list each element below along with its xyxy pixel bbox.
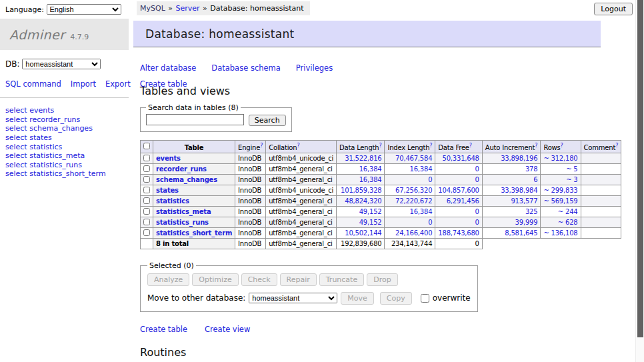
- index-length-link[interactable]: 16,384: [410, 208, 433, 215]
- sidebar-table-link[interactable]: select recorder_runs: [5, 115, 80, 124]
- bulk-action-button[interactable]: Repair: [280, 273, 317, 286]
- rows-link[interactable]: ~ 312,180: [543, 155, 577, 162]
- data-length-link[interactable]: 10,502,144: [345, 229, 381, 237]
- search-input[interactable]: [146, 114, 244, 125]
- breadcrumb-server-link[interactable]: Server: [176, 4, 200, 13]
- data-free-link[interactable]: 0: [475, 165, 479, 173]
- index-length-link[interactable]: 72,220,672: [395, 197, 432, 205]
- overwrite-checkbox[interactable]: [421, 294, 429, 303]
- database-nav-link[interactable]: Privileges: [296, 63, 333, 73]
- table-name-link[interactable]: recorder_runs: [156, 165, 207, 173]
- row-checkbox[interactable]: [143, 197, 150, 204]
- move-db-select[interactable]: homeassistant: [249, 293, 337, 303]
- data-length-link[interactable]: 49,152: [359, 219, 382, 226]
- table-name-link[interactable]: statistics_short_term: [156, 229, 232, 237]
- index-length-link[interactable]: 0: [428, 176, 432, 183]
- bulk-action-button[interactable]: Optimize: [192, 273, 238, 286]
- index-length-link[interactable]: 0: [428, 219, 432, 226]
- sidebar-table-link[interactable]: select events: [5, 106, 54, 115]
- table-name-link[interactable]: events: [156, 155, 181, 162]
- breadcrumb-mysql-link[interactable]: MySQL: [140, 4, 165, 13]
- table-name-link[interactable]: statistics_runs: [156, 219, 209, 226]
- data-length-link[interactable]: 48,824,320: [345, 197, 381, 205]
- data-free-link[interactable]: 188,743,680: [438, 229, 479, 237]
- row-checkbox[interactable]: [143, 155, 150, 161]
- sidebar-table-link[interactable]: select states: [5, 133, 52, 142]
- sidebar-action-link[interactable]: SQL command: [5, 79, 61, 89]
- row-checkbox[interactable]: [143, 208, 150, 215]
- sidebar-table-link[interactable]: select statistics_short_term: [5, 169, 106, 178]
- database-nav-link[interactable]: Alter database: [140, 63, 196, 73]
- vertical-scrollbar[interactable]: [635, 0, 644, 362]
- create-link[interactable]: Create table: [140, 325, 187, 334]
- table-name-link[interactable]: statistics: [156, 197, 189, 205]
- data-length-link[interactable]: 49,152: [359, 208, 382, 215]
- sidebar-action-link[interactable]: Export: [105, 79, 131, 89]
- column-help-link[interactable]: ?: [561, 143, 563, 149]
- rows-link[interactable]: ~ 569,159: [543, 197, 577, 205]
- row-checkbox[interactable]: [143, 165, 150, 172]
- sidebar-action-link[interactable]: Import: [71, 79, 96, 89]
- logout-button[interactable]: Logout: [594, 3, 633, 15]
- sidebar-table-link[interactable]: select statistics_runs: [5, 161, 82, 169]
- table-name-link[interactable]: states: [156, 187, 179, 194]
- data-length-link[interactable]: 16,384: [359, 176, 382, 183]
- rows-link[interactable]: ~ 244: [558, 208, 578, 215]
- column-help-link[interactable]: ?: [429, 143, 432, 149]
- data-free-link[interactable]: 50,331,648: [443, 155, 479, 162]
- rows-link[interactable]: ~ 136,108: [543, 229, 577, 237]
- index-length-link[interactable]: 16,384: [410, 165, 433, 173]
- bulk-action-button[interactable]: Check: [241, 273, 277, 286]
- auto-increment-link[interactable]: 8,581,645: [505, 229, 537, 237]
- column-help-link[interactable]: ?: [469, 143, 472, 149]
- column-help-link[interactable]: ?: [379, 143, 381, 149]
- select-all-checkbox[interactable]: [143, 143, 150, 149]
- data-free-link[interactable]: 0: [475, 176, 479, 183]
- auto-increment-link[interactable]: 6: [533, 176, 537, 183]
- sidebar-table-link[interactable]: select statistics_meta: [5, 151, 85, 160]
- data-length-link[interactable]: 101,859,328: [341, 187, 381, 194]
- auto-increment-link[interactable]: 33,898,196: [501, 155, 537, 162]
- row-checkbox[interactable]: [143, 219, 150, 225]
- row-checkbox[interactable]: [143, 187, 150, 193]
- rows-link[interactable]: ~ 628: [558, 219, 578, 226]
- sidebar-table-link[interactable]: select statistics: [5, 143, 62, 151]
- bulk-action-button[interactable]: Truncate: [319, 273, 364, 286]
- column-help-link[interactable]: ?: [260, 143, 263, 149]
- move-button[interactable]: Move: [341, 292, 374, 305]
- row-checkbox[interactable]: [143, 229, 150, 236]
- index-length-link[interactable]: 24,166,400: [395, 229, 432, 237]
- auto-increment-link[interactable]: 378: [525, 165, 538, 173]
- sidebar-action-link[interactable]: Create table: [140, 79, 187, 89]
- table-name-link[interactable]: statistics_meta: [156, 208, 211, 215]
- scrollbar-thumb[interactable]: [637, 0, 643, 337]
- index-length-link[interactable]: 67,256,320: [395, 187, 432, 194]
- data-length-link[interactable]: 31,522,816: [345, 155, 381, 162]
- data-length-link[interactable]: 16,384: [359, 165, 382, 173]
- language-select[interactable]: English: [47, 4, 121, 15]
- copy-button[interactable]: Copy: [380, 292, 412, 305]
- data-free-link[interactable]: 6,291,456: [447, 197, 479, 205]
- create-link[interactable]: Create view: [205, 325, 250, 334]
- index-length-link[interactable]: 70,467,584: [395, 155, 432, 162]
- column-help-link[interactable]: ?: [615, 143, 618, 149]
- auto-increment-link[interactable]: 325: [525, 208, 538, 215]
- db-select[interactable]: homeassistant: [22, 59, 101, 69]
- column-help-link[interactable]: ?: [297, 143, 299, 149]
- bulk-action-button[interactable]: Analyze: [147, 273, 189, 286]
- auto-increment-link[interactable]: 33,398,984: [501, 187, 537, 194]
- row-checkbox[interactable]: [143, 176, 150, 183]
- data-free-link[interactable]: 0: [475, 208, 479, 215]
- rows-link[interactable]: ~ 299,833: [543, 187, 577, 194]
- rows-link[interactable]: ~ 3: [566, 176, 577, 183]
- bulk-action-button[interactable]: Drop: [367, 273, 397, 286]
- data-free-link[interactable]: 0: [475, 219, 479, 226]
- auto-increment-link[interactable]: 913,577: [511, 197, 537, 205]
- table-name-link[interactable]: schema_changes: [156, 176, 217, 183]
- search-button[interactable]: Search: [249, 115, 286, 126]
- adminer-logo[interactable]: Adminer 4.7.9: [0, 19, 129, 50]
- auto-increment-link[interactable]: 39,999: [515, 219, 538, 226]
- rows-link[interactable]: ~ 5: [566, 165, 577, 173]
- sidebar-table-link[interactable]: select schema_changes: [5, 124, 93, 133]
- database-nav-link[interactable]: Database schema: [211, 63, 280, 73]
